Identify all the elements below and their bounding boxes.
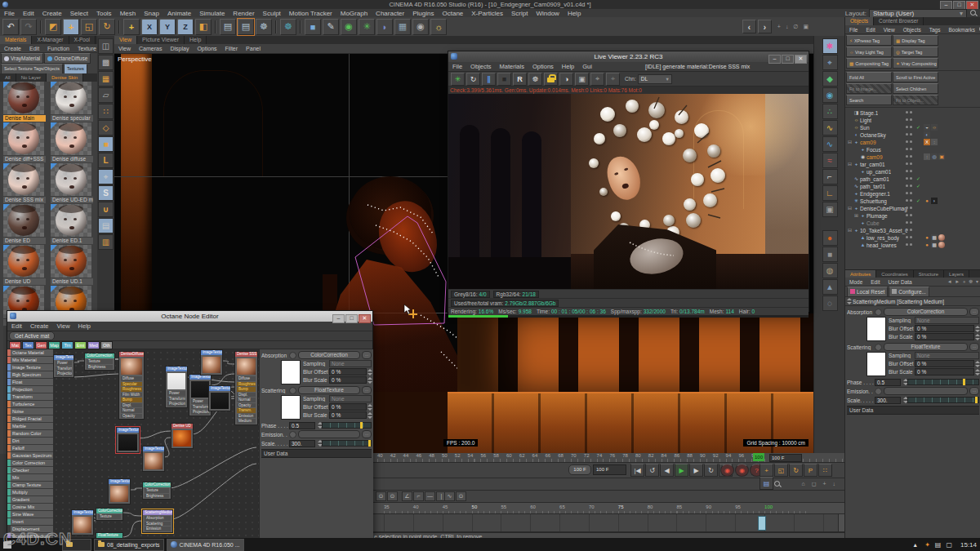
scale-slider[interactable] [322,440,372,447]
viewport-menu-cameras[interactable]: Cameras [135,46,166,51]
absorption-more-button[interactable]: ... [969,308,979,316]
tab-coordinates[interactable]: Coordinates [876,270,913,278]
tree-item-low-res-body[interactable]: ▲low_res_body●▩ [847,234,980,242]
move-tool-icon[interactable]: + [63,19,79,35]
key-clamp-icon[interactable]: ∿ [444,491,455,501]
previous-key-button[interactable]: ↺ [645,464,659,477]
x-lock-icon[interactable]: X [141,19,158,35]
tree-item-tar-cam01[interactable]: ⊟+tar_cam01 [847,161,980,168]
scroll-to-first-active-button[interactable]: Scroll to First Active [893,72,938,82]
texture-mode-icon[interactable]: ▦ [98,71,114,87]
model-mode-icon[interactable]: ▩ [98,55,114,70]
compositing-tag-button[interactable]: ▩Compositing Tag [846,58,892,69]
lv-render-canvas[interactable] [448,94,808,289]
stop-icon[interactable]: ■ [497,73,511,86]
node-port-diffuse[interactable]: Diffuse [121,376,142,381]
taskbar-item-cinema-4d-r16-050[interactable]: CINEMA 4D R16.050 ... [167,539,244,551]
node-colorcorrection[interactable]: ColorCorrectionTextureBrightness [84,353,115,371]
attributes-menu-edit[interactable]: Edit [866,279,884,285]
lv-menu-file[interactable]: File [448,63,466,70]
node-port-bump[interactable]: Bump [237,387,256,392]
node-port-projection[interactable]: Projection [56,371,72,376]
frame-object-icon[interactable]: ⌐ [822,169,838,184]
node-type-rgb-spectrum[interactable]: Rgb Spectrum [7,371,53,379]
node-port-emission[interactable]: Emission [145,527,171,531]
visibility-dots[interactable] [906,236,914,240]
absorption-expand-button[interactable] [875,309,882,316]
ne-menu-view[interactable]: View [52,322,74,330]
visibility-dots[interactable] [906,133,914,137]
layer-tab-denise-skin[interactable]: Denise Skin [47,73,83,82]
cube-grey-icon[interactable]: ■ [822,247,838,262]
node-type-float[interactable]: Float [7,379,53,386]
lock-resolution-icon[interactable] [544,73,558,86]
menu-animate[interactable]: Animate [163,10,195,17]
dot-tag-icon[interactable]: ● [924,242,930,248]
scattering-shader-button[interactable]: FloatTexture [298,386,360,394]
node-port-transform[interactable]: Transform [56,367,72,371]
menu-motion-tracker[interactable]: Motion Tracker [285,10,336,17]
last-tool-icon[interactable]: + [123,19,140,35]
materials-menu-texture[interactable]: Texture [74,46,100,51]
node-port-roughness[interactable]: Roughness [237,382,256,387]
null-object-icon[interactable]: ⌖ [822,55,838,70]
tab-x-manager[interactable]: X-Manager [32,36,69,44]
viewport-menu-view[interactable]: View [114,46,135,51]
tree-item-10-take53-asset-02[interactable]: ⊟+10_Take53_Asset_02 [847,227,980,234]
planet-object-icon[interactable]: ◉ [822,87,838,103]
viewport-menu-panel[interactable]: Panel [242,46,265,51]
python-node-icon[interactable]: ∿ [822,136,838,152]
node-port-brightness[interactable]: Brightness [145,494,169,499]
xpresso-tag-button[interactable]: ⚡XPresso Tag [846,35,892,46]
absorption-swatch[interactable] [866,317,886,341]
pause-icon[interactable]: ∥ [482,73,496,86]
edges-mode-icon[interactable]: ◇ [98,120,114,136]
layer-tab-all[interactable]: All [0,73,16,82]
lv-menu-materials[interactable]: Materials [496,63,528,70]
tree-item-sun[interactable]: ☼Sun✓◒☼ [847,124,980,131]
search-button[interactable]: Search [846,95,892,105]
menu-edit[interactable]: Edit [19,10,38,17]
deformers-icon[interactable]: ✳ [359,19,375,35]
expr-tag-icon[interactable]: : [924,153,930,160]
emission-expand-button[interactable] [875,388,882,395]
objects-menu-view[interactable]: View [880,27,899,33]
visibility-dots[interactable] [906,177,914,181]
mat-tag-icon[interactable] [938,242,945,248]
settings-gear-icon[interactable]: ☸ [528,73,542,86]
absorption-more-button[interactable]: ... [362,351,372,359]
viewport-label[interactable]: Perspective [118,56,152,63]
disc-tag-icon[interactable]: ◒ [924,124,930,131]
ne-menu-create[interactable]: Create [26,322,53,330]
blur-offset-field[interactable]: 0 % [915,325,974,332]
node-type-projection[interactable]: Projection [7,386,53,393]
tab-layers[interactable]: Layers [944,270,969,278]
workplane-icon[interactable]: ▱ [98,87,114,103]
node-graph-canvas[interactable]: ImageTexturePowerTransformProjectionColo… [53,349,259,540]
materials-menu-edit[interactable]: Edit [25,46,43,51]
blur-scale-field[interactable]: 0 % [329,411,367,419]
vray-light-tag-button[interactable]: ☼Vray Light Tag [846,47,892,57]
menu-script[interactable]: Script [507,10,532,17]
menu-octane[interactable]: Octane [438,10,467,17]
next-frame-button[interactable]: ▶ [689,464,703,477]
material-denise-ud-1[interactable]: Denise UD.1 [49,245,95,285]
menu-mesh[interactable]: Mesh [116,10,140,17]
node-type-octane-material[interactable]: Octane Material [7,349,53,357]
moon-tag-icon[interactable]: ◗ [931,198,938,204]
camera-icon[interactable]: ◉ [412,19,429,35]
scattering-expand-button[interactable] [875,344,882,351]
tree-item-light[interactable]: ☼Light [847,117,980,124]
interactive-render-icon[interactable]: ☸ [280,19,296,35]
ne-menu-help[interactable]: Help [74,322,95,330]
objects-menu-objects[interactable]: Objects [899,27,925,33]
node-type-invert[interactable]: Invert [7,518,53,526]
play-button[interactable]: ▶ [675,464,688,477]
octanediffuse-button[interactable]: OctaneDiffuse [44,53,91,64]
tray-display-icon[interactable]: ▢ [946,541,952,549]
tree-item-focus[interactable]: +Focus [847,146,980,153]
chip-gen[interactable]: Gen [35,341,47,349]
node-type-checker[interactable]: Checker [7,467,53,474]
region-render-icon[interactable]: R [513,73,527,86]
snap-settings-icon[interactable]: S [98,185,114,201]
